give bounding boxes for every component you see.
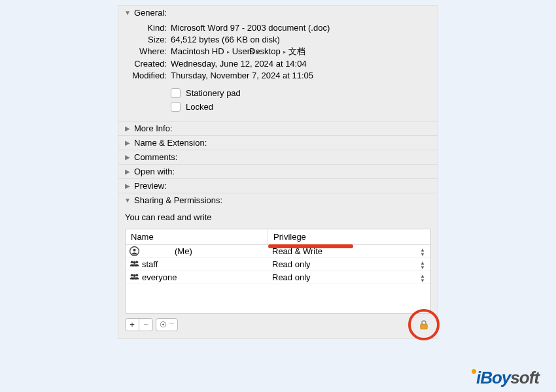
section-general-title: General:: [134, 8, 167, 18]
svg-point-1: [133, 248, 136, 251]
sharing-body: You can read and write Name Privilege (M…: [118, 207, 438, 338]
section-sharing-title: Sharing & Permissions:: [134, 195, 222, 205]
cell-name: everyone: [126, 272, 268, 282]
user-icon: [130, 246, 139, 256]
sharing-caption: You can read and write: [125, 212, 431, 222]
priv-value: Read & Write: [272, 246, 322, 256]
col-priv[interactable]: Privilege: [268, 232, 430, 242]
chevron-down-icon: ﹀: [169, 320, 175, 329]
cell-priv[interactable]: Read only ▲▼: [268, 272, 430, 282]
logo-iboy: iBoy: [476, 368, 510, 387]
size-value: 64,512 bytes (66 KB on disk): [171, 34, 431, 46]
lock-button[interactable]: [417, 318, 431, 332]
size-label: Size:: [125, 34, 167, 46]
group-icon: [130, 259, 139, 269]
section-name-ext-title: Name & Extension:: [134, 138, 207, 148]
svg-point-2: [131, 261, 133, 263]
cell-priv[interactable]: Read only ▲▼: [268, 259, 430, 269]
table-row[interactable]: staff Read only ▲▼: [126, 258, 430, 271]
modified-row: Modified: Thursday, November 7, 2024 at …: [125, 70, 431, 82]
svg-point-7: [133, 274, 135, 276]
general-body: Kind: Microsoft Word 97 - 2003 document …: [118, 20, 438, 121]
where-value-extra: Desktop▸文档: [249, 46, 305, 58]
locked-checkbox[interactable]: [171, 102, 181, 112]
group-name: everyone: [142, 272, 177, 282]
add-button[interactable]: +: [125, 318, 139, 331]
stepper-icon[interactable]: ▲▼: [420, 261, 425, 270]
svg-rect-8: [421, 324, 428, 329]
priv-value: Read only: [272, 259, 311, 269]
gear-icon: ☉: [160, 320, 167, 329]
section-name-ext-header[interactable]: ▶ Name & Extension:: [118, 135, 438, 150]
section-comments-header[interactable]: ▶ Comments:: [118, 150, 438, 164]
section-more-info-header[interactable]: ▶ More Info:: [118, 121, 438, 135]
chevron-right-icon: ▶: [124, 168, 131, 175]
created-row: Created: Wednesday, June 12, 2024 at 14:…: [125, 58, 431, 70]
modified-label: Modified:: [125, 70, 167, 82]
info-panel: ▼ General: Kind: Microsoft Word 97 - 200…: [118, 5, 438, 339]
cell-name: staff: [126, 259, 268, 269]
table-filler: [126, 284, 430, 313]
group-icon: [130, 272, 139, 282]
general-checks: Stationery pad Locked: [171, 88, 431, 112]
priv-value: Read only: [272, 272, 311, 282]
where-row: Where: Macintosh HD▸Users▸ Desktop▸文档: [125, 46, 431, 58]
where-seg-1: Macintosh HD: [171, 46, 224, 56]
action-menu-button[interactable]: ☉ ﹀: [156, 318, 178, 331]
chevron-right-icon: ▶: [124, 139, 131, 146]
modified-value: Thursday, November 7, 2024 at 11:05: [171, 70, 431, 82]
section-preview-title: Preview:: [134, 181, 167, 191]
kind-label: Kind:: [125, 22, 167, 34]
remove-button[interactable]: −: [139, 318, 153, 331]
col-name[interactable]: Name: [126, 229, 268, 244]
section-open-with-header[interactable]: ▶ Open with:: [118, 164, 438, 178]
user-me-suffix: (Me): [175, 246, 192, 256]
created-label: Created:: [125, 58, 167, 70]
svg-point-5: [131, 274, 133, 276]
permissions-toolbar: + − ☉ ﹀: [125, 318, 431, 332]
svg-point-3: [135, 261, 138, 263]
stepper-icon[interactable]: ▲▼: [420, 274, 425, 283]
chevron-right-icon: ▶: [124, 125, 131, 132]
created-value: Wednesday, June 12, 2024 at 14:04: [171, 58, 431, 70]
permissions-table: Name Privilege (Me) Read & Write ▲▼: [125, 229, 431, 314]
group-name: staff: [142, 259, 158, 269]
logo-soft: soft: [510, 368, 539, 387]
section-comments-title: Comments:: [134, 152, 177, 162]
section-general-header[interactable]: ▼ General:: [118, 6, 438, 20]
kind-row: Kind: Microsoft Word 97 - 2003 document …: [125, 22, 431, 34]
svg-point-6: [135, 274, 138, 276]
table-row[interactable]: (Me) Read & Write ▲▼: [126, 245, 430, 258]
chevron-right-icon: ▶: [124, 154, 131, 161]
chevron-down-icon: ▼: [124, 197, 131, 204]
size-row: Size: 64,512 bytes (66 KB on disk): [125, 34, 431, 46]
lock-icon: [418, 319, 430, 331]
cell-priv[interactable]: Read & Write ▲▼: [268, 246, 430, 256]
stationery-label: Stationery pad: [186, 88, 241, 98]
cell-name: (Me): [126, 246, 268, 256]
chevron-down-icon: ▼: [124, 9, 131, 16]
path-sep-icon: ▸: [281, 49, 288, 55]
chevron-right-icon: ▶: [124, 182, 131, 189]
svg-point-4: [133, 261, 135, 263]
logo-dot-icon: [472, 369, 476, 374]
stationery-checkbox[interactable]: [171, 88, 181, 98]
where-label: Where:: [125, 46, 167, 58]
table-header: Name Privilege: [126, 229, 430, 245]
path-sep-icon: ▸: [224, 49, 232, 55]
section-more-info-title: More Info:: [134, 123, 173, 133]
locked-label: Locked: [186, 102, 213, 112]
brand-logo: iBoysoft: [472, 368, 539, 388]
stepper-icon[interactable]: ▲▼: [420, 248, 425, 257]
stationery-row: Stationery pad: [171, 88, 431, 98]
locked-row: Locked: [171, 102, 431, 112]
table-row[interactable]: everyone Read only ▲▼: [126, 271, 430, 284]
section-sharing-header[interactable]: ▼ Sharing & Permissions:: [118, 193, 438, 207]
section-preview-header[interactable]: ▶ Preview:: [118, 178, 438, 193]
section-open-with-title: Open with:: [134, 167, 175, 176]
where-seg-4: 文档: [288, 46, 305, 56]
kind-value: Microsoft Word 97 - 2003 document (.doc): [171, 22, 431, 34]
where-seg-3: Desktop: [249, 46, 281, 56]
